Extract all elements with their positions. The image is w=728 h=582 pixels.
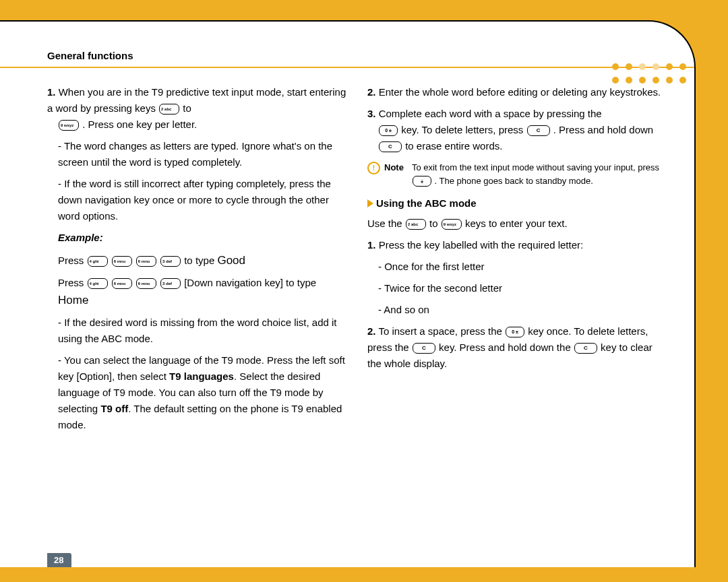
right-column: 2. Enter the whole word before editing o…: [367, 84, 667, 439]
page-title: General functions: [0, 22, 694, 68]
triangle-icon: [367, 199, 373, 207]
decorative-dots: [612, 63, 686, 84]
abc-step-2: 2. To insert a space, press the 0 ± key …: [367, 323, 667, 372]
key-2-icon: 2 abc: [159, 104, 179, 115]
key-6-icon: 6 mno: [112, 256, 132, 267]
example-line-1: Press 4 ghi 6 mno 6 mno 3 def to type Go…: [47, 251, 347, 269]
example-label: Example:: [47, 230, 347, 246]
abc-step-1: 1. Press the key labelled with the requi…: [367, 237, 667, 253]
step-3: 3. Complete each word with a space by pr…: [367, 106, 667, 154]
key-9-icon: 9 wxyz: [442, 219, 462, 230]
key-c-icon: C: [527, 125, 550, 136]
key-2-icon: 2 abc: [406, 219, 426, 230]
key-0-icon: 0 ±: [379, 125, 398, 136]
key-c-icon: C: [413, 343, 435, 354]
key-9-icon: 9 wxyz: [59, 120, 79, 131]
abc-step-1a: - Once for the first letter: [367, 259, 667, 275]
key-6-icon: 6 mno: [112, 278, 132, 289]
key-0-icon: 0 ±: [506, 327, 524, 337]
warning-icon: !: [367, 162, 380, 174]
left-column: 1. When you are in the T9 predictive tex…: [47, 84, 347, 439]
note-body: To exit from the text input mode without…: [412, 161, 667, 187]
abc-step-1b: - Twice for the second letter: [367, 280, 667, 296]
step-2: 2. Enter the whole word before editing o…: [367, 84, 667, 100]
step-1-bullet-4: - You can select the language of the T9 …: [47, 352, 347, 433]
key-c-icon: C: [574, 343, 597, 354]
step-1: 1. When you are in the T9 predictive tex…: [47, 84, 347, 133]
page-frame: General functions 1. When you are in the…: [0, 20, 696, 567]
step-1-bullet-2: - If the word is still incorrect after t…: [47, 176, 347, 224]
note-label: Note: [384, 161, 404, 187]
subheading-abc-mode: Using the ABC mode: [367, 195, 667, 212]
key-3-icon: 3 def: [160, 278, 181, 289]
key-3-icon: 3 def: [160, 256, 181, 267]
abc-intro: Use the 2 abc to 9 wxyz keys to enter yo…: [367, 216, 667, 232]
step-1-bullet-1: - The word changes as letters are typed.…: [47, 138, 347, 170]
example-line-2: Press 4 ghi 6 mno 6 mno 3 def [Down navi…: [47, 275, 347, 309]
step-1-bullet-3: - If the desired word is missing from th…: [47, 315, 347, 347]
key-4-icon: 4 ghi: [88, 256, 108, 267]
key-c-icon: C: [379, 141, 402, 152]
page-number: 28: [47, 553, 71, 567]
note-block: ! Note To exit from the text input mode …: [367, 161, 667, 187]
abc-step-1c: - And so on: [367, 302, 667, 318]
key-end-icon: ⏚: [413, 176, 431, 187]
content-columns: 1. When you are in the T9 predictive tex…: [0, 68, 694, 439]
key-6-icon: 6 mno: [136, 278, 156, 289]
key-4-icon: 4 ghi: [88, 278, 108, 289]
key-6-icon: 6 mno: [136, 256, 156, 267]
